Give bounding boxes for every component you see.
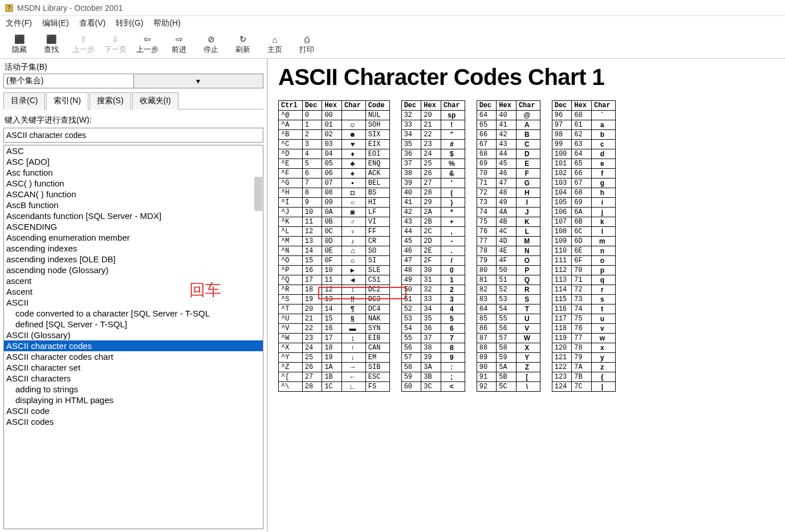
table-cell: SIB bbox=[365, 363, 389, 372]
table-cell: J bbox=[516, 208, 540, 217]
toolbar-button[interactable]: ⊘停止 bbox=[196, 33, 226, 56]
table-cell: 04 bbox=[322, 149, 342, 159]
table-cell: ^O bbox=[279, 256, 303, 266]
index-item[interactable]: ASCII character set bbox=[4, 362, 263, 373]
table-cell: ¶ bbox=[342, 304, 366, 314]
index-item[interactable]: ASCII bbox=[4, 297, 263, 308]
menu-item[interactable]: 转到(G) bbox=[116, 18, 143, 29]
table-cell: P bbox=[516, 266, 540, 275]
toolbar-button[interactable]: ⬛隐藏 bbox=[5, 33, 34, 56]
nav-tab[interactable]: 收藏夹(I) bbox=[132, 92, 178, 109]
nav-tab[interactable]: 搜索(S) bbox=[90, 92, 131, 109]
index-item[interactable]: defined [SQL Server - T-SQL] bbox=[4, 319, 263, 330]
index-item[interactable]: adding to strings bbox=[4, 384, 263, 395]
table-cell: 54 bbox=[497, 304, 516, 314]
table-cell: ^K bbox=[279, 217, 303, 227]
table-cell: ◘ bbox=[342, 188, 366, 198]
table-cell: 53 bbox=[401, 314, 421, 324]
table-row: 7349I bbox=[477, 198, 540, 208]
toolbar-button[interactable]: ⇨前进 bbox=[164, 33, 194, 56]
table-cell: 33 bbox=[401, 120, 421, 130]
table-cell: 1A bbox=[322, 363, 342, 372]
table-header: Dec bbox=[477, 101, 497, 111]
table-row: 442C, bbox=[401, 227, 465, 237]
toolbar-button[interactable]: ⎙打印 bbox=[292, 33, 322, 56]
table-cell: w bbox=[591, 334, 615, 343]
table-cell: G bbox=[516, 178, 540, 188]
index-list[interactable]: ASCASC [ADO]Asc functionASC( ) functionA… bbox=[3, 145, 263, 529]
index-item[interactable]: AscB function bbox=[4, 200, 263, 210]
table-cell: 21 bbox=[302, 314, 322, 324]
table-cell: 35 bbox=[401, 140, 421, 149]
index-item[interactable]: ascending indexes [OLE DB] bbox=[4, 254, 263, 265]
index-item[interactable]: ASC bbox=[4, 145, 263, 156]
table-cell: 3C bbox=[421, 382, 441, 392]
table-cell: 24 bbox=[302, 343, 322, 353]
index-item[interactable]: Ascendants function [SQL Server - MDX] bbox=[4, 210, 263, 221]
toolbar-button[interactable]: ⌂主页 bbox=[260, 33, 290, 56]
index-item[interactable]: ASC( ) function bbox=[4, 178, 263, 189]
table-row: ^P1610►SLE bbox=[279, 266, 390, 275]
table-cell: 80 bbox=[477, 266, 497, 275]
table-cell: 10 bbox=[322, 266, 342, 275]
index-item[interactable]: ASCII character codes chart bbox=[4, 351, 263, 362]
table-row: 1106En bbox=[552, 246, 615, 256]
index-item[interactable]: Asc function bbox=[4, 167, 263, 178]
index-item[interactable]: ASCII character codes bbox=[4, 340, 263, 351]
table-cell: l bbox=[591, 227, 615, 237]
keyword-input[interactable] bbox=[3, 128, 263, 143]
nav-tab[interactable]: 目录(C) bbox=[3, 92, 45, 109]
table-cell: { bbox=[591, 372, 615, 382]
nav-tabs: 目录(C)索引(N)搜索(S)收藏夹(I) bbox=[3, 92, 263, 109]
table-cell: BEL bbox=[365, 178, 389, 188]
index-item[interactable]: code converted to a character [SQL Serve… bbox=[4, 308, 263, 319]
index-item[interactable]: ASCII codes bbox=[4, 416, 263, 427]
index-item[interactable]: ASCII (Glossary) bbox=[4, 330, 263, 340]
ascii-table: DecHexChar6440@6541A6642B6743C6844D6945E… bbox=[477, 100, 540, 392]
table-row: 7046F bbox=[477, 169, 540, 178]
scrollbar-thumb[interactable] bbox=[254, 177, 262, 211]
index-item[interactable]: Ascent bbox=[4, 286, 263, 297]
table-cell: 38 bbox=[401, 169, 421, 178]
index-item[interactable]: ASC [ADO] bbox=[4, 156, 263, 167]
table-cell: EIB bbox=[365, 334, 389, 343]
menu-item[interactable]: 编辑(E) bbox=[42, 18, 69, 29]
table-cell: 46 bbox=[401, 246, 421, 256]
index-item[interactable]: ascent bbox=[4, 275, 263, 286]
table-cell: 84 bbox=[477, 304, 497, 314]
index-item[interactable]: ASCII characters bbox=[4, 373, 263, 384]
nav-tab[interactable]: 索引(N) bbox=[46, 92, 88, 109]
app-icon: ? bbox=[5, 3, 14, 13]
menu-item[interactable]: 帮助(H) bbox=[153, 18, 180, 29]
subset-combo[interactable]: (整个集合) ▾ bbox=[3, 74, 263, 88]
table-row: 472F/ bbox=[401, 256, 465, 266]
table-cell: 116 bbox=[552, 304, 572, 314]
index-item[interactable]: Ascending enumeration member bbox=[4, 232, 263, 243]
menu-item[interactable]: 查看(V) bbox=[79, 18, 106, 29]
table-cell: n bbox=[591, 246, 615, 256]
table-cell: 24 bbox=[421, 149, 441, 159]
table-cell: 98 bbox=[552, 130, 572, 140]
table-cell: LF bbox=[365, 208, 389, 217]
toolbar-button[interactable]: ⇦上一步 bbox=[132, 33, 162, 56]
table-cell: 31 bbox=[421, 275, 441, 285]
table-cell: 16 bbox=[322, 324, 342, 334]
table-cell: ◙ bbox=[342, 208, 366, 217]
toolbar-button[interactable]: ↻刷新 bbox=[228, 33, 258, 56]
index-item[interactable]: ASCAN( ) function bbox=[4, 189, 263, 200]
index-item[interactable]: ASCENDING bbox=[4, 221, 263, 232]
index-item[interactable]: ascending indexes bbox=[4, 243, 263, 254]
table-row: ^N140E♫SO bbox=[279, 246, 390, 256]
index-item[interactable]: displaying in HTML pages bbox=[4, 395, 263, 405]
table-cell: HI bbox=[365, 198, 389, 208]
table-cell: ‼ bbox=[342, 295, 366, 304]
index-item[interactable]: ASCII code bbox=[4, 405, 263, 416]
table-row: 6440@ bbox=[477, 111, 540, 120]
menu-item[interactable]: 文件(F) bbox=[6, 18, 32, 29]
table-cell: 66 bbox=[477, 130, 497, 140]
table-cell: VI bbox=[365, 217, 389, 227]
dropdown-arrow-icon[interactable]: ▾ bbox=[133, 74, 263, 88]
index-item[interactable]: ascending node (Glossary) bbox=[4, 265, 263, 275]
table-row: ^R1812↕DC2 bbox=[279, 285, 390, 295]
toolbar-button[interactable]: ⬛查找 bbox=[36, 33, 66, 56]
